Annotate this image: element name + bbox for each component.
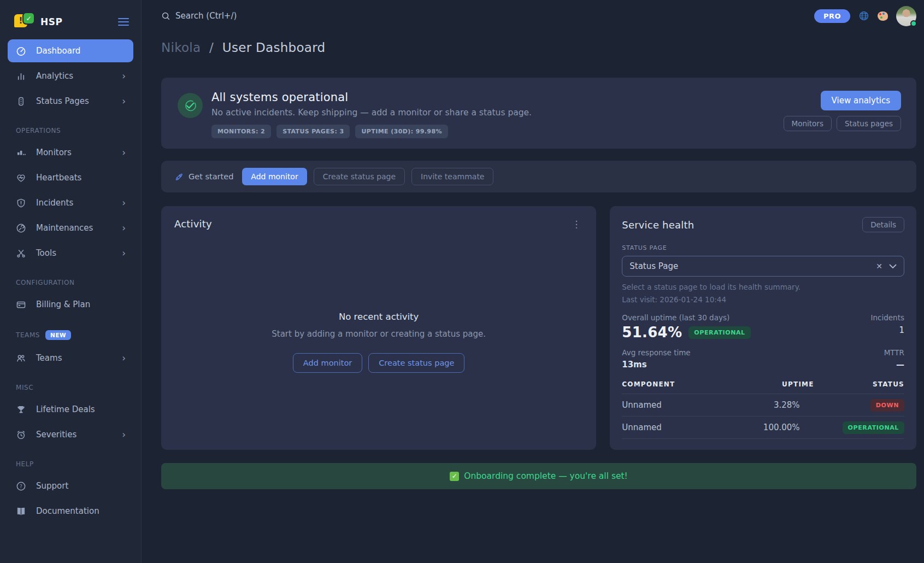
system-status-hero: All systems operational No active incide… — [161, 78, 916, 149]
details-button[interactable]: Details — [862, 217, 904, 232]
status-pages-count-chip: STATUS PAGES: 3 — [276, 125, 350, 138]
mttr-value: — — [884, 360, 904, 370]
chevron-right-icon: › — [122, 430, 126, 439]
breadcrumb-current: User Dashboard — [222, 40, 326, 55]
app-logo-icon: ! ✓ — [14, 13, 34, 31]
sidebar-item-label: Severities — [36, 430, 76, 439]
avg-response-value: 13ms — [622, 360, 690, 370]
component-uptime: 3.28% — [729, 400, 814, 410]
activity-card: Activity ⋮ No recent activity Start by a… — [161, 206, 596, 450]
sidebar-item-teams[interactable]: Teams › — [8, 347, 133, 370]
empty-state-title: No recent activity — [339, 312, 419, 322]
get-started-label: Get started — [174, 172, 233, 181]
column-header-status: STATUS — [814, 380, 904, 388]
sidebar-item-maintenances[interactable]: Maintenances › — [8, 216, 133, 239]
incidents-value: 1 — [871, 325, 904, 335]
sidebar-item-dashboard[interactable]: Dashboard — [8, 39, 133, 62]
activity-title: Activity — [174, 218, 212, 230]
component-name: Unnamed — [622, 400, 729, 410]
clear-selection-icon[interactable]: ✕ — [876, 262, 882, 271]
sidebar-item-analytics[interactable]: Analytics › — [8, 64, 133, 87]
sidebar-item-label: Incidents — [36, 198, 73, 208]
status-pages-button[interactable]: Status pages — [837, 116, 901, 131]
sidebar-item-severities[interactable]: Severities › — [8, 423, 133, 446]
down-status-badge: DOWN — [870, 399, 904, 412]
sidebar-item-label: Status Pages — [36, 96, 89, 106]
search-icon — [161, 11, 170, 21]
sidebar-item-label: Billing & Plan — [36, 300, 90, 309]
chevron-down-icon[interactable] — [889, 264, 897, 269]
table-row[interactable]: Unnamed 3.28% DOWN — [622, 394, 904, 417]
sidebar-item-tools[interactable]: Tools › — [8, 242, 133, 265]
select-value: Status Page — [629, 261, 678, 271]
activity-empty-state: No recent activity Start by adding a mon… — [174, 230, 583, 438]
create-status-page-button[interactable]: Create status page — [314, 168, 405, 185]
sidebar-item-incidents[interactable]: Incidents › — [8, 191, 133, 214]
sidebar-item-monitors[interactable]: Monitors › — [8, 141, 133, 164]
book-icon — [16, 506, 26, 517]
column-header-component: COMPONENT — [622, 380, 729, 388]
uptime-label: Overall uptime (last 30 days) — [622, 313, 750, 322]
check-icon: ✓ — [450, 472, 459, 481]
sidebar-section-operations: OPERATIONS — [8, 127, 133, 134]
mttr-label: MTTR — [884, 348, 904, 357]
trophy-icon — [16, 404, 26, 415]
chevron-right-icon: › — [122, 72, 126, 81]
operational-status-badge: OPERATIONAL — [688, 326, 750, 339]
chevron-right-icon: › — [122, 224, 126, 233]
onboarding-complete-banner: ✓ Onboarding complete — you're all set! — [161, 463, 916, 489]
view-analytics-button[interactable]: View analytics — [821, 91, 901, 110]
add-monitor-button[interactable]: Add monitor — [293, 353, 362, 373]
service-health-title: Service health — [622, 219, 694, 231]
theme-palette-icon[interactable] — [878, 11, 888, 21]
globe-language-icon[interactable] — [858, 10, 869, 21]
sidebar-item-lifetime-deals[interactable]: Lifetime Deals — [8, 398, 133, 421]
monitors-button[interactable]: Monitors — [784, 116, 832, 131]
add-monitor-button[interactable]: Add monitor — [242, 168, 307, 185]
chevron-right-icon: › — [122, 354, 126, 363]
sidebar-item-documentation[interactable]: Documentation — [8, 500, 133, 523]
sidebar-item-billing[interactable]: Billing & Plan — [8, 293, 133, 316]
sidebar-section-misc: MISC — [8, 384, 133, 391]
component-name: Unnamed — [622, 423, 729, 432]
component-uptime: 100.00% — [729, 423, 814, 432]
sidebar-item-heartbeats[interactable]: Heartbeats — [8, 166, 133, 189]
uptime-chip: UPTIME (30D): 99.98% — [355, 125, 448, 138]
banner-text: Onboarding complete — you're all set! — [464, 471, 628, 481]
hamburger-menu-icon[interactable] — [117, 14, 130, 30]
sidebar-item-status-pages[interactable]: Status Pages › — [8, 90, 133, 113]
hero-title: All systems operational — [211, 91, 532, 104]
kebab-menu-icon[interactable]: ⋮ — [569, 219, 583, 230]
uptime-value: 51.64% — [622, 324, 682, 341]
sidebar-item-label: Analytics — [36, 71, 73, 81]
tools-scissors-icon — [16, 248, 26, 259]
operational-status-badge: OPERATIONAL — [843, 421, 904, 434]
breadcrumb: Nikola / User Dashboard — [161, 40, 916, 55]
create-status-page-button[interactable]: Create status page — [368, 353, 464, 373]
bar-chart-icon — [16, 71, 26, 81]
online-status-dot — [910, 20, 917, 27]
user-avatar[interactable] — [896, 6, 916, 26]
status-page-select[interactable]: Status Page ✕ — [622, 256, 904, 277]
service-health-card: Service health Details STATUS PAGE Statu… — [610, 206, 916, 450]
sidebar-item-support[interactable]: ? Support — [8, 474, 133, 497]
breadcrumb-separator: / — [209, 40, 214, 55]
chevron-right-icon: › — [122, 249, 126, 258]
components-table: COMPONENT UPTIME STATUS Unnamed 3.28% DO… — [622, 378, 904, 439]
status-page-field-label: STATUS PAGE — [622, 244, 904, 251]
sidebar-item-label: Heartbeats — [36, 173, 81, 183]
sidebar-item-label: Teams — [36, 353, 62, 363]
pro-badge[interactable]: PRO — [814, 9, 850, 23]
shield-alert-icon — [16, 198, 26, 208]
search-placeholder: Search (Ctrl+/) — [175, 11, 237, 21]
breadcrumb-parent[interactable]: Nikola — [161, 40, 201, 55]
table-row[interactable]: Unnamed 100.00% OPERATIONAL — [622, 417, 904, 439]
invite-teammate-button[interactable]: Invite teammate — [411, 168, 493, 185]
chevron-right-icon: › — [122, 148, 126, 157]
success-check-icon — [178, 93, 203, 118]
get-started-bar: Get started Add monitor Create status pa… — [161, 161, 916, 192]
main-content: Search (Ctrl+/) PRO Nikola / User Dashbo… — [142, 0, 924, 563]
sidebar-item-label: Support — [36, 481, 68, 491]
logo-check-icon: ✓ — [23, 13, 34, 24]
search-input[interactable]: Search (Ctrl+/) — [161, 11, 237, 21]
